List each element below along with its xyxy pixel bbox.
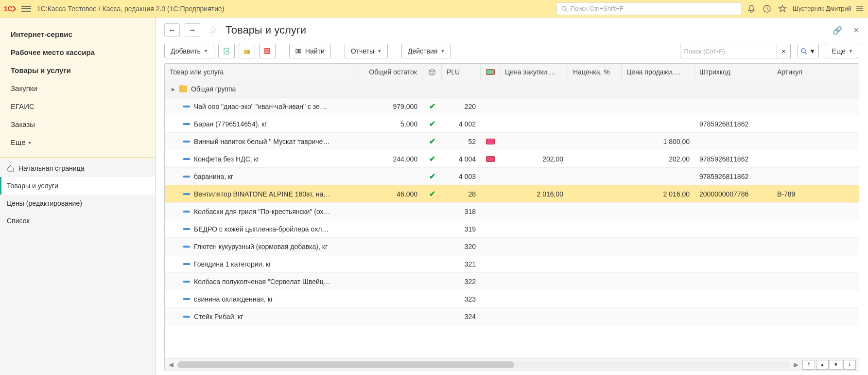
group-row[interactable]: ▸Общая группа	[165, 80, 859, 98]
svg-rect-15	[296, 49, 298, 53]
user-name[interactable]: Шустерняк Дмитрий	[793, 5, 851, 12]
scroll-down-button[interactable]: ▼	[830, 360, 842, 370]
col-purchase-price[interactable]: Цена закупки,…	[500, 64, 568, 80]
svg-text:+: +	[226, 49, 228, 54]
sidebar-item-1[interactable]: Рабочее место кассира	[0, 43, 155, 61]
item-icon	[183, 158, 190, 160]
sidebar-tab-2[interactable]: Цены (редактирование)	[0, 195, 155, 212]
search-button[interactable]: ▼	[798, 44, 819, 58]
add-file-button[interactable]: +	[218, 44, 235, 58]
list-red-button[interactable]	[259, 44, 276, 58]
table-row[interactable]: Колбаса полукопченая "Сервелат Швейц…322	[165, 273, 859, 290]
svg-line-19	[805, 52, 807, 54]
more-button[interactable]: Еще▼	[826, 44, 859, 58]
app-title: 1С:Касса Тестовое / Касса, редакция 2.0 …	[37, 5, 224, 13]
sidebar-tab-0[interactable]: Начальная страница	[0, 160, 155, 177]
table-search-input[interactable]	[680, 44, 777, 58]
scroll-bottom-button[interactable]: ⤓	[843, 360, 856, 370]
horizontal-scrollbar[interactable]	[177, 361, 790, 368]
table-row[interactable]: Баран (7796514654), кг5,000✔4 0029785926…	[165, 115, 859, 133]
titlebar: 1C 1С:Касса Тестовое / Касса, редакция 2…	[0, 0, 868, 18]
col-markup[interactable]: Наценка, %	[568, 64, 622, 80]
bell-icon[interactable]	[747, 4, 756, 13]
nav-forward-button[interactable]: →	[185, 23, 200, 37]
col-sale-price[interactable]: Цена продажи,…	[622, 64, 694, 80]
sidebar-tab-1[interactable]: Товары и услуги	[0, 177, 155, 195]
sidebar-item-6[interactable]: Еще▸	[0, 133, 155, 151]
item-icon	[183, 281, 190, 283]
nav-back-button[interactable]: ←	[164, 23, 180, 37]
page-title: Товары и услуги	[226, 24, 306, 36]
reports-button[interactable]: Отчеты▼	[345, 44, 388, 58]
table-row[interactable]: Винный напиток белый " Мускат тавриче…✔5…	[165, 133, 859, 150]
item-icon	[183, 176, 190, 178]
clear-search-button[interactable]: ×	[777, 44, 791, 58]
svg-rect-16	[298, 49, 299, 53]
col-article[interactable]: Артикул	[772, 64, 840, 80]
check-icon: ✔	[429, 137, 435, 146]
check-icon: ✔	[429, 102, 435, 111]
actions-button[interactable]: Действия▼	[401, 44, 451, 58]
sidebar-item-2[interactable]: Товары и услуги	[0, 61, 155, 79]
check-icon: ✔	[429, 172, 435, 181]
col-stock[interactable]: Общий остаток	[359, 64, 422, 80]
money-icon	[486, 156, 495, 162]
table-row[interactable]: Чай ооо "диас-эко" "иван-чай-иван" с зе……	[165, 98, 859, 115]
toolbar: Добавить▼ + + Найти Отчеты▼ Действия▼ × …	[156, 40, 868, 63]
search-icon	[561, 5, 568, 12]
svg-text:1C: 1C	[4, 5, 13, 13]
svg-text:+: +	[247, 50, 250, 54]
global-search-placeholder: Поиск Ctrl+Shift+F	[571, 5, 624, 12]
item-icon	[183, 316, 190, 318]
table-header: Товар или услуга Общий остаток PLU Цена …	[165, 64, 859, 80]
item-icon	[183, 193, 190, 195]
close-icon[interactable]: ✕	[853, 26, 859, 35]
scroll-top-button[interactable]: ⤒	[802, 360, 815, 370]
star-icon[interactable]	[778, 4, 787, 13]
col-money-icon[interactable]	[481, 64, 500, 80]
svg-point-18	[801, 49, 805, 53]
table-row[interactable]: Вентилятор BINATONE ALPINE 160вт, на…46,…	[165, 185, 859, 203]
col-package-icon[interactable]	[422, 64, 442, 80]
table-row[interactable]: БЕДРО с кожей цыпленка-бройлера охл…319	[165, 220, 859, 238]
app-logo-icon: 1C	[4, 4, 17, 14]
sidebar-item-5[interactable]: Заказы	[0, 115, 155, 133]
menu-icon[interactable]	[21, 4, 31, 14]
add-folder-button[interactable]: +	[239, 44, 255, 58]
col-plu[interactable]: PLU	[442, 64, 481, 80]
col-barcode[interactable]: Штрихкод	[694, 64, 772, 80]
table-row[interactable]: свинина охлажденная, кг323	[165, 290, 859, 308]
item-icon	[183, 211, 190, 213]
col-name[interactable]: Товар или услуга	[165, 64, 359, 80]
settings-lines-icon[interactable]	[855, 4, 864, 13]
item-icon	[183, 106, 190, 107]
global-search[interactable]: Поиск Ctrl+Shift+F	[556, 2, 741, 15]
history-icon[interactable]	[763, 4, 771, 13]
find-button[interactable]: Найти	[289, 44, 331, 58]
table-footer: ◀ ▶ ⤒ ▲ ▼ ⤓	[165, 358, 859, 371]
home-icon	[7, 164, 15, 172]
table-row[interactable]: Конфета без НДС, кг244,000✔4 004202,0020…	[165, 150, 859, 168]
item-icon	[183, 228, 190, 230]
check-icon: ✔	[429, 119, 435, 128]
table-row[interactable]: баранина, кг✔4 0039785926811862	[165, 168, 859, 185]
sidebar-item-3[interactable]: Закупки	[0, 79, 155, 97]
table-row[interactable]: Стейк Рибай, кг324	[165, 308, 859, 325]
table-row[interactable]: Глютен кукурузный (кормовая добавка), кг…	[165, 238, 859, 255]
scroll-up-button[interactable]: ▲	[816, 360, 829, 370]
table-row[interactable]: Колбаски для гриля "По-крестьянски" (ох……	[165, 203, 859, 220]
sidebar-item-0[interactable]: Интернет-сервис	[0, 25, 155, 43]
add-button[interactable]: Добавить▼	[164, 44, 214, 58]
table-row[interactable]: Говядина 1 категории, кг321	[165, 255, 859, 273]
table-search: ×	[680, 44, 791, 58]
sidebar-tab-3[interactable]: Список	[0, 212, 155, 230]
link-icon[interactable]: 🔗	[833, 26, 842, 35]
sidebar-item-4[interactable]: ЕГАИС	[0, 97, 155, 115]
favorite-star-icon[interactable]: ☆	[208, 24, 218, 36]
check-icon: ✔	[429, 154, 435, 163]
item-icon	[183, 263, 190, 265]
money-icon	[486, 139, 495, 144]
sidebar: Интернет-сервисРабочее место кассираТова…	[0, 18, 156, 375]
data-table: Товар или услуга Общий остаток PLU Цена …	[164, 63, 859, 371]
svg-rect-17	[299, 49, 301, 53]
